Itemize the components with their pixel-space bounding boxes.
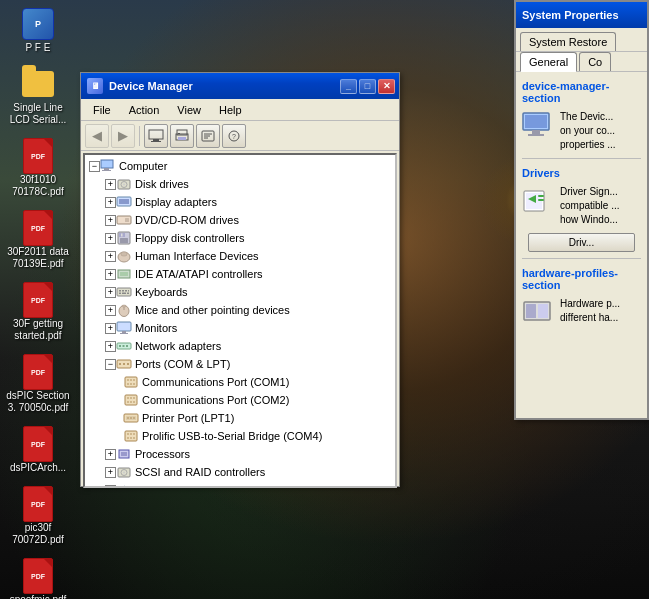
expand-mice[interactable]: + bbox=[105, 305, 116, 316]
desktop-icon-pdf5[interactable]: dsPICArch... bbox=[2, 422, 74, 480]
desktop-icon-pdf4[interactable]: dsPIC Section3. 70050c.pdf bbox=[2, 350, 74, 420]
desktop-icon-pdf2[interactable]: 30F2011 data70139E.pdf bbox=[2, 206, 74, 276]
expand-keyboards[interactable]: + bbox=[105, 287, 116, 298]
expand-disk[interactable]: + bbox=[105, 179, 116, 190]
network-icon bbox=[116, 338, 132, 354]
processor-icon bbox=[116, 446, 132, 462]
svg-point-61 bbox=[127, 397, 129, 399]
svg-rect-5 bbox=[178, 137, 186, 140]
properties-button[interactable] bbox=[196, 124, 220, 148]
expand-ports[interactable]: − bbox=[105, 359, 116, 370]
desktop-icon-pdf3[interactable]: 30F gettingstarted.pdf bbox=[2, 278, 74, 348]
svg-rect-30 bbox=[120, 272, 128, 276]
tab-system-restore[interactable]: System Restore bbox=[520, 32, 616, 51]
desktop-icon-pdf1[interactable]: 30f101070178C.pdf bbox=[2, 134, 74, 204]
tree-item-ports[interactable]: − Ports (COM & LPT) bbox=[85, 355, 395, 373]
expand-ide[interactable]: + bbox=[105, 269, 116, 280]
expand-processors[interactable]: + bbox=[105, 449, 116, 460]
lpt1-icon bbox=[123, 410, 139, 426]
expand-monitors[interactable]: + bbox=[105, 323, 116, 334]
scsi-label: SCSI and RAID controllers bbox=[135, 466, 265, 478]
tree-item-ide[interactable]: + IDE ATA/ATAPI controllers bbox=[85, 265, 395, 283]
expand-display[interactable]: + bbox=[105, 197, 116, 208]
maximize-button[interactable]: □ bbox=[359, 79, 376, 94]
device-manager-titlebar[interactable]: 🖥 Device Manager _ □ ✕ bbox=[81, 73, 399, 99]
prolific-label: Prolific USB-to-Serial Bridge (COM4) bbox=[142, 430, 322, 442]
tree-item-prolific[interactable]: Prolific USB-to-Serial Bridge (COM4) bbox=[85, 427, 395, 445]
svg-rect-38 bbox=[127, 293, 129, 295]
svg-rect-2 bbox=[151, 141, 161, 142]
system-properties-title: System Properties bbox=[522, 9, 619, 21]
close-button[interactable]: ✕ bbox=[378, 79, 395, 94]
pfe-icon-label: P F E bbox=[26, 42, 51, 54]
tree-item-monitors[interactable]: + Monitors bbox=[85, 319, 395, 337]
pdf1-shape bbox=[23, 138, 53, 174]
svg-rect-44 bbox=[120, 333, 128, 334]
expand-computer[interactable]: − bbox=[89, 161, 100, 172]
svg-rect-15 bbox=[102, 170, 111, 171]
expand-floppy[interactable]: + bbox=[105, 233, 116, 244]
tree-item-sound[interactable]: + Sound, video and game controllers bbox=[85, 481, 395, 486]
tree-item-scsi[interactable]: + SCSI and RAID controllers bbox=[85, 463, 395, 481]
desktop-icon-pdf6[interactable]: pic30f70072D.pdf bbox=[2, 482, 74, 552]
tab-general[interactable]: General bbox=[520, 52, 577, 72]
tree-item-com2[interactable]: Communications Port (COM2) bbox=[85, 391, 395, 409]
sysprop-device-manager-section: device-manager-section The Devic...on yo… bbox=[522, 80, 641, 152]
menu-file[interactable]: File bbox=[85, 102, 119, 118]
sysprop-hw-profiles-text: Hardware p...different ha... bbox=[560, 297, 620, 325]
tab-co[interactable]: Co bbox=[579, 52, 611, 71]
forward-button[interactable]: ▶ bbox=[111, 124, 135, 148]
sysprop-hw-profiles-title: hardware-profiles-section bbox=[522, 267, 641, 291]
pdf3-shape bbox=[23, 282, 53, 318]
sysprop-tabs: System Restore bbox=[516, 28, 647, 52]
tree-item-dvd[interactable]: + DVD/CD-ROM drives bbox=[85, 211, 395, 229]
tree-item-com1[interactable]: Communications Port (COM1) bbox=[85, 373, 395, 391]
svg-rect-32 bbox=[119, 290, 121, 292]
tree-item-computer[interactable]: − Computer bbox=[85, 157, 395, 175]
svg-rect-28 bbox=[121, 252, 127, 256]
svg-rect-42 bbox=[117, 322, 131, 331]
svg-rect-41 bbox=[122, 305, 126, 307]
menu-view[interactable]: View bbox=[169, 102, 209, 118]
tree-scroll-area[interactable]: − Computer + bbox=[85, 155, 395, 486]
expand-hid[interactable]: + bbox=[105, 251, 116, 262]
tree-item-network[interactable]: + Network adapters bbox=[85, 337, 395, 355]
tree-item-floppy[interactable]: + Floppy disk controllers bbox=[85, 229, 395, 247]
print-button[interactable] bbox=[170, 124, 194, 148]
tree-item-disk-drives[interactable]: + Disk drives bbox=[85, 175, 395, 193]
tree-item-processors[interactable]: + Processors bbox=[85, 445, 395, 463]
svg-rect-91 bbox=[528, 134, 544, 136]
svg-text:?: ? bbox=[232, 133, 236, 140]
menu-action[interactable]: Action bbox=[121, 102, 168, 118]
svg-rect-92 bbox=[525, 115, 547, 128]
tree-item-hid[interactable]: + Human Interface Devices bbox=[85, 247, 395, 265]
tree-item-keyboards[interactable]: + Keyboards bbox=[85, 283, 395, 301]
expand-scsi[interactable]: + bbox=[105, 467, 116, 478]
menu-help[interactable]: Help bbox=[211, 102, 250, 118]
help-button[interactable]: ? bbox=[222, 124, 246, 148]
minimize-button[interactable]: _ bbox=[340, 79, 357, 94]
sysprop-drivers-text: Driver Sign...compatible ...how Windo... bbox=[560, 185, 619, 227]
tree-item-display[interactable]: + Display adapters bbox=[85, 193, 395, 211]
back-button[interactable]: ◀ bbox=[85, 124, 109, 148]
svg-point-51 bbox=[123, 363, 125, 365]
expand-sound[interactable]: + bbox=[105, 485, 116, 487]
drivers-button[interactable]: Driv... bbox=[528, 233, 635, 252]
tree-item-mice[interactable]: + Mice and other pointing devices bbox=[85, 301, 395, 319]
keyboard-icon bbox=[116, 284, 132, 300]
desktop-icon-single-line-lcd[interactable]: Single LineLCD Serial... bbox=[2, 62, 74, 132]
computer-view-button[interactable] bbox=[144, 124, 168, 148]
pdf5-icon bbox=[22, 428, 54, 460]
svg-point-65 bbox=[130, 401, 132, 403]
ide-icon bbox=[116, 266, 132, 282]
desktop-icon-pfe[interactable]: P P F E bbox=[2, 2, 74, 60]
expand-network[interactable]: + bbox=[105, 341, 116, 352]
svg-point-76 bbox=[127, 437, 129, 439]
desktop-icon-pdf7[interactable]: spoofmic.pdf bbox=[2, 554, 74, 599]
expand-dvd[interactable]: + bbox=[105, 215, 116, 226]
tree-item-lpt1[interactable]: Printer Port (LPT1) bbox=[85, 409, 395, 427]
pdf4-icon bbox=[22, 356, 54, 388]
svg-point-54 bbox=[127, 379, 129, 381]
svg-rect-14 bbox=[104, 168, 109, 170]
disk-icon bbox=[116, 176, 132, 192]
